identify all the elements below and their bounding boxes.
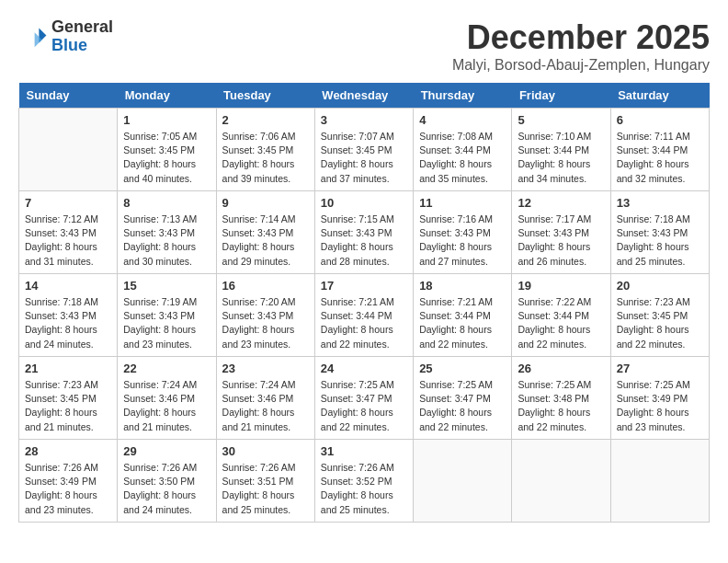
day-number: 8 (123, 196, 210, 210)
day-number: 3 (321, 113, 407, 127)
day-info: Sunrise: 7:07 AMSunset: 3:45 PMDaylight:… (321, 130, 407, 186)
day-number: 9 (222, 196, 309, 210)
day-info: Sunrise: 7:06 AMSunset: 3:45 PMDaylight:… (222, 130, 309, 186)
calendar-week-2: 7Sunrise: 7:12 AMSunset: 3:43 PMDaylight… (19, 191, 710, 274)
calendar-cell: 24Sunrise: 7:25 AMSunset: 3:47 PMDayligh… (314, 357, 413, 440)
day-info: Sunrise: 7:26 AMSunset: 3:51 PMDaylight:… (222, 461, 309, 517)
day-info: Sunrise: 7:17 AMSunset: 3:43 PMDaylight:… (518, 213, 604, 269)
logo-icon (18, 22, 48, 52)
calendar-cell: 18Sunrise: 7:21 AMSunset: 3:44 PMDayligh… (414, 274, 512, 357)
day-info: Sunrise: 7:10 AMSunset: 3:44 PMDaylight:… (518, 130, 604, 186)
day-number: 24 (321, 362, 407, 375)
day-number: 21 (25, 362, 111, 375)
day-number: 10 (321, 196, 407, 210)
calendar-cell: 21Sunrise: 7:23 AMSunset: 3:45 PMDayligh… (19, 357, 118, 440)
day-info: Sunrise: 7:14 AMSunset: 3:43 PMDaylight:… (222, 213, 309, 269)
day-info: Sunrise: 7:08 AMSunset: 3:44 PMDaylight:… (419, 130, 506, 186)
calendar-week-5: 28Sunrise: 7:26 AMSunset: 3:49 PMDayligh… (19, 440, 710, 523)
day-number: 7 (25, 196, 111, 210)
calendar-cell: 25Sunrise: 7:25 AMSunset: 3:47 PMDayligh… (414, 357, 512, 440)
column-header-saturday: Saturday (610, 83, 709, 109)
day-number: 30 (222, 444, 309, 458)
calendar-cell: 23Sunrise: 7:24 AMSunset: 3:46 PMDayligh… (216, 357, 314, 440)
day-number: 23 (222, 362, 309, 375)
column-header-sunday: Sunday (19, 83, 118, 109)
day-info: Sunrise: 7:25 AMSunset: 3:47 PMDaylight:… (321, 378, 407, 434)
day-number: 31 (321, 444, 407, 458)
day-info: Sunrise: 7:20 AMSunset: 3:43 PMDaylight:… (222, 295, 309, 351)
day-info: Sunrise: 7:21 AMSunset: 3:44 PMDaylight:… (321, 295, 407, 351)
day-info: Sunrise: 7:26 AMSunset: 3:49 PMDaylight:… (25, 461, 111, 517)
calendar-cell: 12Sunrise: 7:17 AMSunset: 3:43 PMDayligh… (512, 191, 610, 274)
day-info: Sunrise: 7:12 AMSunset: 3:43 PMDaylight:… (25, 213, 111, 269)
logo: General Blue (18, 18, 113, 55)
day-number: 12 (518, 196, 604, 210)
day-number: 1 (123, 113, 210, 127)
day-number: 29 (123, 444, 210, 458)
calendar-cell: 27Sunrise: 7:25 AMSunset: 3:49 PMDayligh… (610, 357, 709, 440)
day-number: 4 (419, 113, 506, 127)
day-info: Sunrise: 7:23 AMSunset: 3:45 PMDaylight:… (25, 378, 111, 434)
day-info: Sunrise: 7:18 AMSunset: 3:43 PMDaylight:… (25, 295, 111, 351)
day-info: Sunrise: 7:22 AMSunset: 3:44 PMDaylight:… (518, 295, 604, 351)
day-info: Sunrise: 7:19 AMSunset: 3:43 PMDaylight:… (123, 295, 210, 351)
day-info: Sunrise: 7:25 AMSunset: 3:47 PMDaylight:… (419, 378, 506, 434)
logo-general-text: General (51, 17, 113, 36)
logo-text: General Blue (51, 18, 113, 55)
day-number: 15 (123, 279, 210, 293)
calendar-cell (414, 440, 512, 523)
calendar-cell: 8Sunrise: 7:13 AMSunset: 3:43 PMDaylight… (118, 191, 216, 274)
calendar-cell (19, 109, 118, 191)
calendar-cell: 2Sunrise: 7:06 AMSunset: 3:45 PMDaylight… (216, 109, 314, 191)
calendar-week-3: 14Sunrise: 7:18 AMSunset: 3:43 PMDayligh… (19, 274, 710, 357)
day-info: Sunrise: 7:18 AMSunset: 3:43 PMDaylight:… (617, 213, 703, 269)
calendar-week-1: 1Sunrise: 7:05 AMSunset: 3:45 PMDaylight… (19, 109, 710, 191)
calendar-cell: 22Sunrise: 7:24 AMSunset: 3:46 PMDayligh… (118, 357, 216, 440)
calendar-cell: 7Sunrise: 7:12 AMSunset: 3:43 PMDaylight… (19, 191, 118, 274)
day-number: 19 (518, 279, 604, 293)
day-info: Sunrise: 7:05 AMSunset: 3:45 PMDaylight:… (123, 130, 210, 186)
calendar-cell: 9Sunrise: 7:14 AMSunset: 3:43 PMDaylight… (216, 191, 314, 274)
month-title: December 2025 (452, 18, 710, 57)
logo-blue-text: Blue (51, 36, 87, 54)
day-number: 14 (25, 279, 111, 293)
calendar-cell: 28Sunrise: 7:26 AMSunset: 3:49 PMDayligh… (19, 440, 118, 523)
calendar-cell: 17Sunrise: 7:21 AMSunset: 3:44 PMDayligh… (314, 274, 413, 357)
calendar-cell: 26Sunrise: 7:25 AMSunset: 3:48 PMDayligh… (512, 357, 610, 440)
calendar-cell: 16Sunrise: 7:20 AMSunset: 3:43 PMDayligh… (216, 274, 314, 357)
day-number: 13 (617, 196, 703, 210)
calendar-cell: 3Sunrise: 7:07 AMSunset: 3:45 PMDaylight… (314, 109, 413, 191)
calendar-cell (610, 440, 709, 523)
day-info: Sunrise: 7:26 AMSunset: 3:52 PMDaylight:… (321, 461, 407, 517)
day-info: Sunrise: 7:13 AMSunset: 3:43 PMDaylight:… (123, 213, 210, 269)
day-info: Sunrise: 7:21 AMSunset: 3:44 PMDaylight:… (419, 295, 506, 351)
day-number: 26 (518, 362, 604, 375)
calendar-cell: 5Sunrise: 7:10 AMSunset: 3:44 PMDaylight… (512, 109, 610, 191)
day-info: Sunrise: 7:24 AMSunset: 3:46 PMDaylight:… (222, 378, 309, 434)
column-header-monday: Monday (118, 83, 216, 109)
calendar-cell: 29Sunrise: 7:26 AMSunset: 3:50 PMDayligh… (118, 440, 216, 523)
calendar-cell: 14Sunrise: 7:18 AMSunset: 3:43 PMDayligh… (19, 274, 118, 357)
day-info: Sunrise: 7:11 AMSunset: 3:44 PMDaylight:… (617, 130, 703, 186)
day-info: Sunrise: 7:23 AMSunset: 3:45 PMDaylight:… (617, 295, 703, 351)
day-info: Sunrise: 7:16 AMSunset: 3:43 PMDaylight:… (419, 213, 506, 269)
calendar-cell: 30Sunrise: 7:26 AMSunset: 3:51 PMDayligh… (216, 440, 314, 523)
day-number: 20 (617, 279, 703, 293)
day-info: Sunrise: 7:25 AMSunset: 3:48 PMDaylight:… (518, 378, 604, 434)
day-info: Sunrise: 7:25 AMSunset: 3:49 PMDaylight:… (617, 378, 703, 434)
column-header-wednesday: Wednesday (314, 83, 413, 109)
calendar-header-row: SundayMondayTuesdayWednesdayThursdayFrid… (19, 83, 710, 109)
day-number: 17 (321, 279, 407, 293)
day-number: 18 (419, 279, 506, 293)
day-number: 16 (222, 279, 309, 293)
day-info: Sunrise: 7:15 AMSunset: 3:43 PMDaylight:… (321, 213, 407, 269)
calendar-cell: 15Sunrise: 7:19 AMSunset: 3:43 PMDayligh… (118, 274, 216, 357)
column-header-thursday: Thursday (414, 83, 512, 109)
calendar-cell: 11Sunrise: 7:16 AMSunset: 3:43 PMDayligh… (414, 191, 512, 274)
calendar-cell: 19Sunrise: 7:22 AMSunset: 3:44 PMDayligh… (512, 274, 610, 357)
calendar-cell: 20Sunrise: 7:23 AMSunset: 3:45 PMDayligh… (610, 274, 709, 357)
calendar-cell: 13Sunrise: 7:18 AMSunset: 3:43 PMDayligh… (610, 191, 709, 274)
page-header: General Blue December 2025 Malyi, Borsod… (18, 18, 710, 74)
day-number: 11 (419, 196, 506, 210)
day-info: Sunrise: 7:26 AMSunset: 3:50 PMDaylight:… (123, 461, 210, 517)
